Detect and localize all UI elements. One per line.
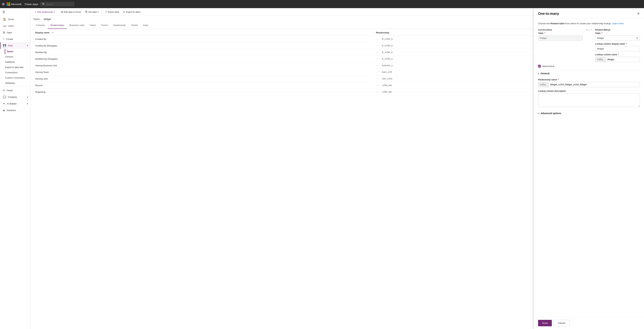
sidebar-item-solutions[interactable]: ◈ Solutions (0, 107, 30, 114)
lookup-name-input[interactable] (606, 57, 640, 62)
sidebar-item-label: Apps (7, 31, 12, 34)
tab-dashboards[interactable]: Dashboards (110, 22, 128, 29)
sidebar-item-gateways[interactable]: Gateways (5, 80, 30, 86)
col-display-name[interactable]: Display name ↑ ▾ (33, 30, 374, 36)
add-relationship-button[interactable]: + Add relationship ▾ (33, 10, 56, 14)
related-col: Related (Many) Table * Widget Lookup col… (595, 29, 640, 62)
sidebar-item-flows[interactable]: ⟳ Flows (0, 87, 30, 94)
learn-more-link[interactable]: Learn more (612, 22, 624, 25)
relationship-form-row: Current (One) Table * 1 — * Related (Man… (538, 29, 640, 62)
relationship-name-group: Relationship name * cr25d_ (538, 79, 640, 87)
row-ellipsis[interactable]: ··· (376, 38, 379, 41)
lookup-desc-textarea[interactable] (538, 93, 640, 107)
current-section-title: Current (One) (538, 29, 583, 31)
related-table-label: Table * (595, 32, 640, 35)
sidebar-item-label: Flows (7, 89, 13, 92)
relationship-name-required: * (558, 79, 559, 81)
sidebar-item-connections[interactable]: Connections (5, 70, 30, 75)
solutions-icon: ◈ (3, 109, 5, 112)
toolbar-separator-1 (58, 10, 58, 14)
get-data-button[interactable]: 🗄 Get data ▾ (84, 10, 100, 14)
rel-connector-label: 1 — * (586, 29, 592, 31)
general-section-header[interactable]: ▾ General (538, 70, 640, 77)
sidebar-toggle[interactable]: ☰ (0, 8, 30, 16)
lookup-name-group: Lookup column name * cr25d_ (595, 54, 640, 62)
export-data-button[interactable]: ↗ Export data (103, 10, 121, 14)
hierarchical-checkbox[interactable] (538, 65, 541, 68)
tab-business-rules[interactable]: Business rules (67, 22, 87, 29)
sidebar-item-chatbots[interactable]: 💬 Chatbots ▾ (0, 94, 30, 100)
sidebar-item-apps[interactable]: ⊞ Apps (0, 29, 30, 36)
advanced-chevron-icon: ▾ (538, 113, 540, 114)
row-ellipsis[interactable]: ··· (376, 51, 379, 54)
cancel-button[interactable]: Cancel (554, 320, 570, 326)
rel-name: lk_cr25d_w (382, 38, 393, 40)
sidebar-item-custom-connectors[interactable]: Custom Connectors (5, 75, 30, 80)
related-table-select[interactable]: Widget (595, 36, 640, 41)
edit-data-excel-button[interactable]: ⊞ Edit data in Excel (59, 10, 82, 14)
export-data-lake-button[interactable]: ⊙ Export to data l (121, 10, 142, 14)
lookup-name-label: Lookup column name * (595, 54, 640, 56)
add-relationship-chevron: ▾ (54, 11, 55, 13)
sidebar-item-label: Learn (8, 25, 14, 27)
sidebar-item-create[interactable]: + Create (0, 36, 30, 42)
tab-relationships[interactable]: Relationships (48, 22, 67, 29)
lookup-display-input[interactable] (595, 46, 640, 51)
search-input[interactable] (46, 3, 72, 6)
hierarchical-label[interactable]: Hierarchical (542, 65, 554, 68)
sidebar-item-learn[interactable]: 📖 Learn (0, 23, 30, 29)
ms-brand-label: Microsoft (11, 3, 21, 6)
related-section-title: Related (Many) (595, 29, 640, 31)
panel-title: One-to-many (538, 12, 559, 16)
lookup-name-prefix-input: cr25d_ (595, 57, 640, 62)
breadcrumb-tables[interactable]: Tables (33, 18, 40, 21)
export-data-label: Export data (108, 11, 119, 13)
sidebar-item-label: Data (8, 44, 13, 47)
learn-icon: 📖 (3, 24, 6, 28)
done-button[interactable]: Done (538, 320, 552, 326)
tab-views[interactable]: Views (87, 22, 99, 29)
panel-header: One-to-many ✕ (534, 8, 644, 19)
sidebar-item-data[interactable]: 💾 Data ▾ (0, 42, 30, 49)
current-table-label: Table * (538, 32, 583, 35)
sidebar-sub-data: Tables Choices Dataflows Export to data … (0, 49, 30, 86)
panel-footer: Done Cancel (534, 317, 644, 329)
get-data-icon: 🗄 (85, 11, 88, 13)
rel-connector: 1 — * (586, 29, 592, 33)
row-ellipsis[interactable]: ··· (376, 90, 379, 93)
sidebar-item-home[interactable]: 🏠 Home (0, 16, 30, 23)
ms-logo: Microsoft (6, 2, 21, 6)
waffle-icon[interactable]: ⊞ (2, 2, 4, 6)
tab-charts[interactable]: Charts (128, 22, 140, 29)
tab-keys[interactable]: Keys (140, 22, 151, 29)
search-box[interactable]: 🔍 (40, 2, 74, 6)
edit-data-excel-label: Edit data in Excel (64, 11, 81, 13)
tab-forms[interactable]: Forms (99, 22, 110, 29)
rel-name: lk_cr25d_w (382, 51, 393, 54)
export-lake-icon: ⊙ (123, 11, 125, 13)
sidebar-item-choices[interactable]: Choices (5, 54, 30, 59)
row-ellipsis[interactable]: ··· (376, 77, 379, 80)
panel-close-button[interactable]: ✕ (637, 12, 640, 16)
sidebar-item-label: Chatbots (8, 96, 17, 98)
row-ellipsis[interactable]: ··· (376, 57, 379, 60)
general-section-title: General (540, 72, 550, 75)
panel-body: Choose the Related table from which to c… (534, 19, 644, 317)
top-nav: ⊞ Microsoft Power Apps 🔍 (0, 0, 644, 8)
lookup-display-label: Lookup column display name * (595, 43, 640, 45)
relationship-name-prefix-input: cr25d_ (538, 82, 640, 87)
relationship-name-label: Relationship name * (538, 79, 640, 81)
app-name-label: Power Apps (25, 3, 38, 6)
get-data-label: Get data (88, 11, 97, 13)
row-ellipsis[interactable]: ··· (376, 71, 379, 74)
sidebar-item-dataflows[interactable]: Dataflows (5, 59, 30, 65)
sidebar-item-export-lake[interactable]: Export to data lake (5, 65, 30, 70)
tab-columns[interactable]: Columns (33, 22, 48, 29)
row-ellipsis[interactable]: ··· (376, 44, 379, 47)
row-ellipsis[interactable]: ··· (376, 64, 379, 67)
advanced-section-header[interactable]: ▾ Advanced options (538, 110, 640, 116)
relationship-name-input[interactable] (548, 82, 640, 87)
sidebar-item-ai-builder[interactable]: ✦ AI Builder ▾ (0, 100, 30, 107)
sidebar-item-tables[interactable]: Tables (5, 49, 30, 54)
row-ellipsis[interactable]: ··· (376, 84, 379, 87)
